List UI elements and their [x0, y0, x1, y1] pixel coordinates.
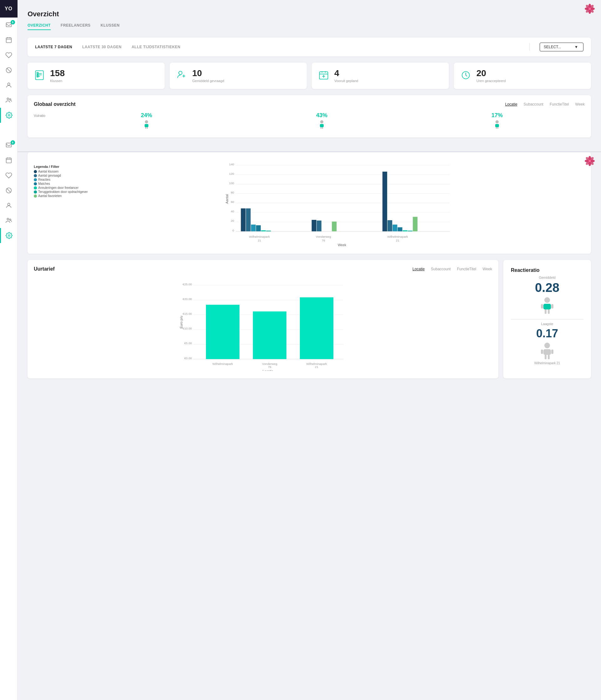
person-3 [410, 120, 585, 130]
svg-point-129 [544, 343, 550, 348]
sidebar-item-settings[interactable] [0, 108, 18, 123]
person-figure-laagste [511, 342, 583, 359]
percent-3: 17% [410, 112, 585, 119]
laagste-location: Wilhelminapark 21 [511, 361, 583, 365]
gevraagd-icon [176, 70, 187, 82]
svg-rect-84 [312, 220, 316, 231]
chart-tab-functietitel[interactable]: FunctieTitel [550, 102, 569, 106]
svg-rect-46 [322, 127, 323, 129]
sidebar-item-settings-2[interactable] [0, 228, 18, 243]
tab-klussen[interactable]: KLUSSEN [101, 23, 120, 30]
filter-all[interactable]: ALLE TIJDSTATISTIEKEN [131, 45, 180, 49]
globaal-full-chart: Legenda / Filter Aantal klussen Aantal g… [28, 152, 591, 254]
logo[interactable]: YO [0, 0, 18, 18]
stat-value-gevraagd: 10 [192, 69, 224, 78]
select-dropdown[interactable]: SELECT... ▼ [540, 43, 583, 51]
stat-label-gevraagd: Gemiddeld gevraagd [192, 79, 224, 83]
svg-text:Wilhelminapark: Wilhelminapark [388, 235, 408, 238]
chart-tab-subaccount[interactable]: Subaccount [524, 102, 543, 106]
svg-text:80: 80 [231, 191, 234, 194]
chart-legend: Legenda / Filter Aantal klussen Aantal g… [34, 158, 88, 247]
chart-with-legend: Legenda / Filter Aantal klussen Aantal g… [34, 158, 585, 247]
svg-rect-80 [251, 225, 256, 231]
uurtarief-tab-functietitel[interactable]: FunctieTitel [457, 267, 476, 271]
svg-text:21: 21 [396, 239, 399, 242]
svg-point-12 [7, 203, 10, 205]
reactieratio-title: Reactieratio [511, 268, 583, 273]
filter-7-days[interactable]: LAATSTE 7 DAGEN [35, 45, 72, 49]
svg-text:Wilhelminapark: Wilhelminapark [249, 235, 270, 238]
svg-rect-91 [403, 230, 408, 231]
svg-text:€20.00: €20.00 [182, 297, 191, 301]
svg-rect-82 [261, 230, 266, 231]
uurtarief-tab-week[interactable]: Week [483, 267, 492, 271]
filter-30-days[interactable]: LAATSTE 30 DAGEN [82, 45, 122, 49]
sidebar-item-favorites[interactable] [0, 48, 18, 62]
svg-rect-1 [6, 38, 11, 43]
svg-text:Vonderweg: Vonderweg [316, 235, 331, 238]
chart-tab-week[interactable]: Week [575, 102, 585, 106]
svg-text:76: 76 [322, 239, 325, 242]
svg-point-15 [8, 234, 10, 236]
legend-dot-1 [34, 174, 37, 177]
stat-card-klussen: 158 Klussen [28, 62, 165, 89]
svg-text:€0.00: €0.00 [184, 356, 192, 360]
svg-text:100: 100 [229, 181, 234, 185]
reaction-divider [511, 319, 583, 320]
sidebar-item-profile[interactable] [0, 78, 18, 93]
uurtarief-tab-locatie[interactable]: Locatie [413, 267, 425, 271]
notification-badge: 6 [11, 20, 15, 24]
uurtarief-tabs: Locatie Subaccount FunctieTitel Week [413, 267, 492, 271]
svg-point-6 [9, 99, 11, 100]
svg-point-33 [179, 71, 182, 75]
svg-rect-128 [551, 304, 553, 308]
svg-rect-133 [541, 350, 543, 354]
svg-rect-115 [253, 311, 286, 359]
svg-rect-124 [543, 304, 551, 309]
sidebar-item-block[interactable] [0, 62, 18, 78]
globaal-title: Globaal overzicht [34, 101, 75, 107]
uurtarief-header: Uurtarief Locatie Subaccount FunctieTite… [34, 266, 492, 272]
sidebar-item-calendar-2[interactable] [0, 153, 18, 168]
svg-text:Aantal: Aantal [225, 194, 229, 204]
svg-rect-81 [256, 225, 261, 231]
sidebar-item-block-2[interactable] [0, 183, 18, 198]
svg-point-7 [8, 114, 10, 116]
sidebar-item-team-2[interactable] [0, 213, 18, 228]
svg-rect-8 [6, 143, 11, 147]
flower-icon-top [585, 4, 595, 15]
sidebar-item-profile-2[interactable] [0, 198, 18, 213]
legend-dot-3 [34, 182, 37, 185]
percent-1: 24% [59, 112, 234, 119]
svg-point-47 [496, 120, 499, 123]
reactieratio-card: Reactieratio Gemiddeld 0.28 [503, 260, 591, 378]
vulratio-row: Vulratio 24% 43% 17% [34, 112, 585, 119]
svg-line-11 [6, 189, 11, 193]
svg-line-3 [6, 68, 11, 72]
uurtarief-chart: €25.00 €20.00 €15.00 €10.00 €5.00 €0.00 … [34, 277, 492, 371]
chart-tab-locatie[interactable]: Locatie [505, 102, 517, 106]
svg-text:Wilhelminapark: Wilhelminapark [307, 362, 327, 366]
vulratio-2: 43% [234, 112, 410, 119]
svg-rect-87 [383, 172, 387, 231]
sidebar-item-favorites-2[interactable] [0, 168, 18, 183]
klussen-icon [34, 70, 45, 82]
svg-rect-93 [413, 217, 418, 231]
svg-rect-125 [545, 309, 547, 314]
stat-label-uren: Uren geaccepteerd [476, 79, 506, 83]
sidebar-item-calendar[interactable] [0, 32, 18, 48]
svg-point-60 [589, 160, 591, 162]
sidebar-item-notifications-2[interactable]: 6 [0, 138, 18, 153]
tab-freelancers[interactable]: FREELANCERS [61, 23, 91, 30]
svg-text:Vonderweg: Vonderweg [262, 362, 277, 366]
sidebar-item-notifications[interactable]: 6 [0, 18, 18, 32]
svg-point-39 [145, 120, 148, 123]
page-title: Overzicht [28, 10, 591, 18]
tab-overzicht[interactable]: OVERZICHT [28, 23, 51, 30]
stat-info-gepland: 4 Vooruit gepland [334, 69, 358, 83]
page-tabs: OVERZICHT FREELANCERS KLUSSEN [28, 23, 591, 30]
vulratio-3: 17% [410, 112, 585, 119]
percent-2: 43% [234, 112, 410, 119]
uurtarief-tab-subaccount[interactable]: Subaccount [431, 267, 451, 271]
sidebar-item-team[interactable] [0, 93, 18, 108]
